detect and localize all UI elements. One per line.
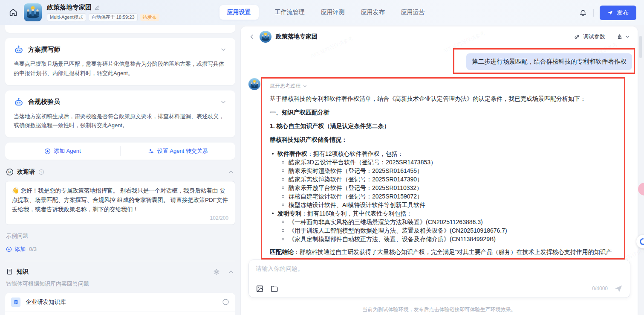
debug-params-button[interactable]: 调试参数 xyxy=(574,33,605,41)
notification-bell-icon[interactable] xyxy=(579,9,587,17)
document-icon xyxy=(6,268,13,275)
svg-text:HI: HI xyxy=(9,171,12,174)
robot-icon xyxy=(14,97,24,107)
publish-button[interactable]: 发布 xyxy=(600,6,636,20)
chevron-up-icon[interactable] xyxy=(228,268,234,275)
thinking-toggle-label: 展开思考过程 xyxy=(270,82,300,90)
set-relation-label: 设置 Agent 转交关系 xyxy=(157,147,208,155)
chat-title: 政策落地专家团 xyxy=(276,33,318,41)
assistant-heading-2: 1. 核心自主知识产权（满足认定条件第二条） xyxy=(270,122,616,130)
sliders-icon xyxy=(148,148,154,155)
knowledge-section-header: 知识 xyxy=(5,268,235,276)
knowledge-list: 企业研发知识库 科技型企业政策法规知识库 xyxy=(5,293,235,315)
agent-actions-row: 添加 Agent 设置 Agent 转交关系 xyxy=(5,143,235,160)
plus-circle-icon xyxy=(6,246,12,252)
thinking-toggle[interactable]: 展开思考过程 xyxy=(270,82,616,89)
agent-card-compliance: 合规校验员 当落地方案初稿生成后，需要校验是否符合政策原文要求，排查材料遗漏、表… xyxy=(5,90,235,138)
add-agent-label: 添加 Agent xyxy=(54,147,81,155)
clear-conversation-button[interactable] xyxy=(616,33,630,40)
conclusion-text: ：群核科技通过自主研发获得了大量核心知识产权，完全满足“对其主要产品（服务）在技… xyxy=(294,248,612,255)
welcome-title: 欢迎语 xyxy=(17,168,35,176)
robot-icon xyxy=(14,44,24,55)
mode-badge: Multi-Agent模式 xyxy=(47,13,86,21)
welcome-section-header: HI 欢迎语 ? xyxy=(5,168,235,176)
list-item: 酷家乐实时渲染软件（登记号：2025SR0161455） xyxy=(270,166,616,175)
knowledge-item[interactable]: 企业研发知识库 xyxy=(5,293,235,312)
assistant-heading-3: 群核科技知识产权储备情况： xyxy=(270,135,616,144)
logo-icon xyxy=(638,237,644,247)
set-agent-relation-button[interactable]: 设置 Agent 转交关系 xyxy=(121,143,236,160)
agent-description: 当要点已提取且场景已匹配，需要将碎片化信息整合为分阶段的落地方案，或撰写具体的申… xyxy=(14,59,227,78)
sample-question-count: 0/3 xyxy=(29,246,37,252)
svg-text:?: ? xyxy=(40,171,42,174)
list-item-text: ：拥有12项核心软件著作权，包括： xyxy=(307,150,404,157)
tab-publish[interactable]: 应用发布 xyxy=(361,9,385,16)
app-canvas: 政策落地专家团 Multi-Agent模式 自动保存于 18:59:23 待发布… xyxy=(0,0,644,315)
edit-title-icon[interactable] xyxy=(94,5,100,11)
chevron-up-icon[interactable] xyxy=(228,169,234,175)
list-item: 《一种面向非真实风格的三维场景渲染方法和装置》(CN202511263886.3… xyxy=(270,218,616,226)
add-agent-button[interactable]: 添加 Agent xyxy=(5,143,120,160)
link-icon xyxy=(574,34,580,40)
welcome-message-field[interactable]: 👋 您好！我是您的专属政策落地指挥官。 别看我只是一个对话框，我身后站着由 要点… xyxy=(5,181,235,225)
main-tabbar: 应用设置 工作流管理 应用评测 应用发布 应用运营 xyxy=(219,5,425,20)
kb-doc-icon xyxy=(11,298,20,307)
list-item: 发明专利：拥有116项专利，其中代表性专利包括： xyxy=(270,209,616,218)
image-upload-icon[interactable] xyxy=(256,285,264,293)
assistant-conclusion: 匹配结论：群核科技通过自主研发获得了大量核心知识产权，完全满足“对其主要产品（服… xyxy=(270,248,616,256)
gear-icon[interactable] xyxy=(213,268,220,275)
user-message-bubble: 第二步进行场景匹配，结合群核科技的专利和软件著作权 xyxy=(466,53,632,70)
list-item-bold: 软件著作权 xyxy=(277,150,307,157)
help-icon[interactable]: ? xyxy=(38,169,44,175)
message-input[interactable] xyxy=(256,265,623,280)
chevron-down-icon[interactable] xyxy=(220,99,227,105)
chat-avatar xyxy=(260,31,271,43)
clipped-card xyxy=(5,25,235,33)
input-char-counter: 0/4000 xyxy=(592,286,608,292)
tab-workflow[interactable]: 工作流管理 xyxy=(275,9,305,16)
home-button[interactable] xyxy=(8,7,19,18)
knowledge-item-name: 企业研发知识库 xyxy=(26,298,217,306)
agent-name: 方案撰写师 xyxy=(28,46,216,54)
back-chevron-icon[interactable] xyxy=(248,33,255,40)
tab-app-settings[interactable]: 应用设置 xyxy=(219,5,259,20)
ip-list: 软件著作权：拥有12项核心软件著作权，包括： 酷家乐3D云设计平台软件（登记号：… xyxy=(270,149,616,243)
agent-card-writer: 方案撰写师 当要点已提取且场景已匹配，需要将碎片化信息整合为分阶段的落地方案，或… xyxy=(5,38,235,85)
send-button[interactable] xyxy=(614,284,623,293)
autosave-badge: 自动保存于 18:59:23 xyxy=(89,13,138,21)
assistant-heading-1: 一、知识产权匹配分析 xyxy=(270,108,616,117)
user-message-text: 第二步进行场景匹配，结合群核科技的专利和软件著作权 xyxy=(472,58,627,66)
tab-evaluation[interactable]: 应用评测 xyxy=(321,9,345,16)
list-item: 酷家乐离线渲染软件（登记号：2025SR0147390） xyxy=(270,175,616,184)
list-item: 酷家乐开放平台软件（登记号：2025SR0110332） xyxy=(270,184,616,192)
preview-chat-panel: AI生成内容仅供参考 AI生成内容仅供参考 AI生成内容仅供参考 AI生成内容仅… xyxy=(241,26,638,315)
list-item: 软件著作权：拥有12项核心软件著作权，包括： xyxy=(270,149,616,158)
list-item: 酷家乐3D云设计平台软件（登记号：2025SR1473853） xyxy=(270,158,616,166)
assistant-intro: 基于群核科技的专利和软件著作权清单，结合《高新技术企业认定管理办法》的认定条件，… xyxy=(270,94,616,103)
remove-icon[interactable] xyxy=(222,298,229,306)
send-plane-icon xyxy=(607,10,613,16)
agent-name: 合规校验员 xyxy=(28,98,216,106)
hi-icon: HI xyxy=(6,168,14,176)
knowledge-item[interactable]: 科技型企业政策法规知识库 xyxy=(5,312,235,315)
knowledge-subtitle: 智能体可根据知识库内容回答问题 xyxy=(5,280,235,288)
scrollbar-thumb[interactable] xyxy=(639,36,642,58)
header-divider xyxy=(593,9,594,17)
add-sample-question-button[interactable]: 添加 xyxy=(6,245,26,253)
floating-widget-pink[interactable] xyxy=(638,183,644,195)
tab-operation[interactable]: 应用运营 xyxy=(401,9,425,16)
assistant-avatar xyxy=(248,78,260,90)
config-sidebar: 方案撰写师 当要点已提取且场景已匹配，需要将碎片化信息整合为分阶段的落地方案，或… xyxy=(5,25,235,315)
chevron-down-icon xyxy=(303,84,307,88)
conclusion-bold: 匹配结论 xyxy=(270,248,294,255)
chevron-down-icon[interactable] xyxy=(220,46,227,53)
welcome-message-text: 👋 您好！我是您的专属政策落地指挥官。 别看我只是一个对话框，我身后站着由 要点… xyxy=(12,186,228,214)
sample-questions-label: 示例问题 xyxy=(5,232,235,240)
list-item: 《用于训练人工智能模型的数据处理方法、装置及相关设备》(CN2025109186… xyxy=(270,226,616,235)
user-message-annotation: 第二步进行场景匹配，结合群核科技的专利和软件著作权 xyxy=(453,48,635,74)
add-label: 添加 xyxy=(14,245,26,253)
publish-label: 发布 xyxy=(617,9,629,17)
file-upload-icon[interactable] xyxy=(270,285,278,293)
app-title: 政策落地专家团 xyxy=(47,3,92,12)
welcome-char-counter: 102/200 xyxy=(12,215,228,221)
